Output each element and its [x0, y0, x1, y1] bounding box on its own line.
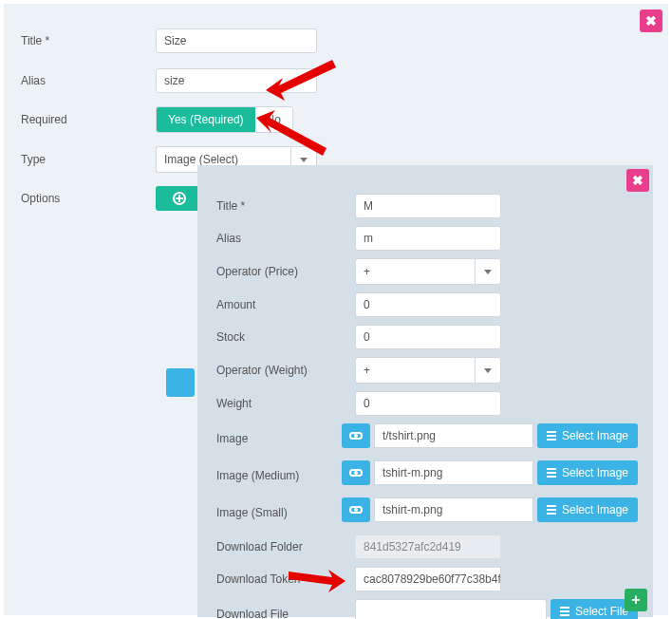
opt-amount-label: Amount — [216, 298, 355, 311]
opt-op-weight-caret[interactable] — [475, 357, 501, 384]
opt-image-m-input[interactable] — [374, 460, 533, 485]
opt-op-price-caret[interactable] — [475, 258, 501, 285]
opt-amount-input[interactable] — [355, 292, 501, 317]
select-image-text: Select Image — [562, 429, 628, 442]
opt-title-label: Title * — [216, 199, 355, 213]
opt-op-price-dropdown[interactable]: + — [355, 258, 501, 285]
close-button[interactable]: ✖ — [640, 9, 663, 32]
preview-image-s-button[interactable] — [342, 497, 370, 522]
list-icon — [547, 431, 556, 441]
dl-folder-label: Download Folder — [216, 540, 355, 553]
opt-image-m-label: Image (Medium) — [216, 469, 342, 482]
select-image-s-button[interactable]: Select Image — [537, 497, 638, 522]
add-option-button[interactable] — [156, 186, 203, 211]
eye-icon — [349, 469, 363, 477]
close-icon: ✖ — [645, 13, 657, 28]
plus-icon — [173, 192, 186, 205]
preview-image-m-button[interactable] — [342, 460, 370, 485]
select-image-text: Select Image — [562, 466, 628, 479]
opt-alias-input[interactable] — [355, 226, 501, 251]
chevron-down-icon — [484, 270, 492, 274]
select-file-text: Select File — [575, 605, 628, 618]
title-label: Title * — [21, 34, 156, 47]
dl-folder-value: 841d5327afc2d419 — [355, 535, 501, 559]
required-label: Required — [21, 113, 156, 126]
opt-weight-input[interactable] — [355, 391, 501, 416]
opt-weight-label: Weight — [216, 397, 355, 410]
opt-op-price-label: Operator (Price) — [216, 265, 355, 278]
eye-icon — [349, 432, 363, 440]
required-toggle: Yes (Required) No — [156, 106, 293, 133]
opt-stock-label: Stock — [216, 330, 355, 344]
options-label: Options — [21, 192, 156, 205]
opt-title-input[interactable] — [355, 194, 501, 218]
close-icon: ✖ — [632, 173, 644, 188]
select-image-m-button[interactable]: Select Image — [537, 460, 638, 485]
list-icon — [560, 607, 569, 616]
dl-file-label: Download File — [216, 608, 355, 620]
eye-icon — [349, 506, 363, 514]
plus-icon: + — [631, 592, 640, 608]
opt-op-price-value: + — [355, 258, 475, 285]
alias-label: Alias — [21, 74, 156, 87]
type-label: Type — [21, 153, 156, 166]
required-yes-option[interactable]: Yes (Required) — [157, 107, 255, 132]
opt-stock-input[interactable] — [355, 325, 501, 349]
list-icon — [547, 505, 556, 515]
opt-image-label: Image — [216, 432, 342, 445]
required-no-option[interactable]: No — [255, 107, 292, 132]
preview-image-button[interactable] — [342, 423, 370, 448]
dl-file-input[interactable] — [355, 599, 547, 619]
chevron-down-icon — [300, 158, 308, 162]
title-input[interactable] — [156, 28, 317, 53]
dl-token-value: cac8078929be60f77c38b4f6c06b4a — [355, 567, 501, 591]
opt-op-weight-value: + — [355, 357, 475, 384]
add-corner-button[interactable]: + — [625, 589, 647, 611]
select-image-text: Select Image — [562, 503, 628, 516]
opt-image-s-input[interactable] — [374, 497, 533, 522]
opt-op-weight-dropdown[interactable]: + — [355, 357, 501, 384]
dl-token-label: Download Token — [216, 572, 355, 586]
option-close-button[interactable]: ✖ — [626, 169, 649, 192]
drag-handle[interactable] — [166, 368, 195, 397]
alias-input[interactable] — [156, 68, 317, 93]
opt-image-s-label: Image (Small) — [216, 506, 342, 519]
opt-image-input[interactable] — [374, 423, 533, 448]
list-icon — [547, 468, 556, 478]
opt-alias-label: Alias — [216, 232, 355, 245]
chevron-down-icon — [484, 368, 492, 373]
select-image-button[interactable]: Select Image — [537, 423, 638, 448]
opt-op-weight-label: Operator (Weight) — [216, 364, 355, 377]
